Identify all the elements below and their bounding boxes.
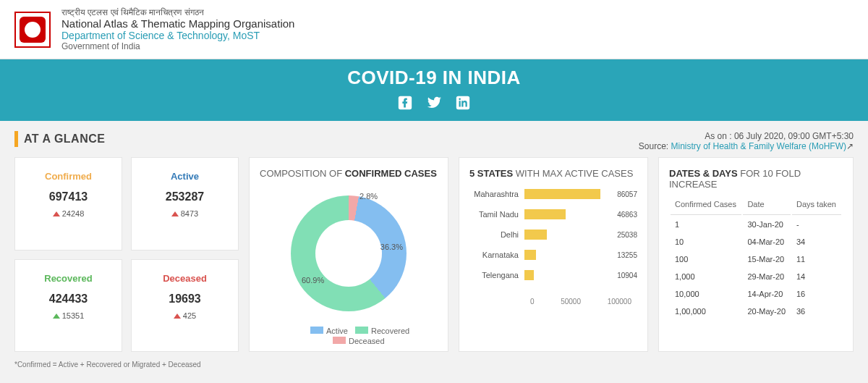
table-row: 1,00029-Mar-2014 xyxy=(671,269,841,285)
linkedin-icon[interactable] xyxy=(454,93,472,112)
bar-label: Karnataka xyxy=(469,251,524,259)
stats-grid: Confirmed 697413 24248 Active 253287 847… xyxy=(14,157,239,352)
bar-value: 13255 xyxy=(617,251,637,259)
table-title-bold: DATES & DAYS xyxy=(669,168,740,179)
col-date: Date xyxy=(743,197,791,215)
bar-label: Delhi xyxy=(469,230,524,239)
page-title: COVID-19 IN INDIA xyxy=(0,67,868,89)
chart-title-bold: CONFIRMED CASES xyxy=(345,168,437,179)
donut-chart-card: COMPOSITION OF CONFIRMED CASES 2.8% 36.3… xyxy=(249,157,448,352)
stat-deceased: Deceased 19693 425 xyxy=(131,259,239,353)
section-heading: AT A GLANCE xyxy=(14,131,105,147)
stat-value: 424433 xyxy=(21,292,116,306)
stat-label: Deceased xyxy=(137,273,232,284)
bar-chart: Maharashtra 86057 Tamil Nadu 46863 Delhi… xyxy=(469,185,637,295)
stat-label: Confirmed xyxy=(21,171,116,182)
twitter-icon[interactable] xyxy=(425,93,443,112)
slice-label-deceased: 2.8% xyxy=(359,192,378,201)
bar-row: Karnataka 13255 xyxy=(469,250,637,260)
government-name: Government of India xyxy=(61,41,294,51)
footnote: *Confirmed = Active + Recovered or Migra… xyxy=(0,358,868,371)
bar-value: 25038 xyxy=(617,231,637,239)
dates-table-card: DATES & DAYS FOR 10 FOLD INCREASE Confir… xyxy=(658,157,854,352)
stat-active: Active 253287 8473 xyxy=(131,157,239,251)
table-row: 1,00,00020-May-2036 xyxy=(671,303,841,319)
stat-label: Recovered xyxy=(21,273,116,284)
legend-swatch-active xyxy=(310,327,323,334)
table-row: 130-Jan-20- xyxy=(671,216,841,232)
slice-label-recovered: 60.9% xyxy=(302,276,324,285)
legend-swatch-recovered xyxy=(355,327,368,334)
as-on-date: As on : 06 July 2020, 09:00 GMT+5:30 xyxy=(639,131,854,141)
stat-recovered: Recovered 424433 15351 xyxy=(14,259,122,353)
org-logo xyxy=(14,12,51,48)
table-row: 10015-Mar-2011 xyxy=(671,251,841,267)
legend-swatch-deceased xyxy=(333,337,346,344)
chart-title-pre: COMPOSITION OF xyxy=(260,168,345,179)
bar-row: Telengana 10904 xyxy=(469,270,637,280)
up-arrow-icon xyxy=(174,313,181,319)
stat-delta: 425 xyxy=(183,311,196,320)
source-link[interactable]: Ministry of Health & Family Welfare (MoH… xyxy=(671,141,846,151)
donut-legend: Active Recovered xyxy=(260,325,438,334)
up-arrow-icon xyxy=(171,211,179,216)
bar-value: 86057 xyxy=(617,190,637,198)
stat-delta: 24248 xyxy=(62,209,85,218)
up-arrow-icon xyxy=(53,313,60,319)
bar-label: Maharashtra xyxy=(469,190,524,198)
page-banner: COVID-19 IN INDIA xyxy=(0,59,868,121)
dates-table: Confirmed Cases Date Days taken 130-Jan-… xyxy=(669,195,843,321)
chart-title-rest: WITH MAX ACTIVE CASES xyxy=(516,168,634,179)
at-a-glance-title: AT A GLANCE xyxy=(24,132,105,146)
source-label: Source: xyxy=(639,141,671,151)
org-name-hindi: राष्ट्रीय एटलस एवं थिमैटिक मानचित्रण संग… xyxy=(61,7,294,17)
axis-tick: 0 xyxy=(530,298,535,306)
social-links xyxy=(0,93,868,112)
bar-label: Telengana xyxy=(469,271,524,279)
table-row: 1004-Mar-2034 xyxy=(671,234,841,250)
bar-row: Delhi 25038 xyxy=(469,230,637,240)
table-row: 10,00014-Apr-2016 xyxy=(671,286,841,302)
stat-label: Active xyxy=(137,171,232,182)
facebook-icon[interactable] xyxy=(396,93,414,112)
axis-tick: 100000 xyxy=(608,298,631,306)
axis-tick: 50000 xyxy=(561,298,581,306)
accent-bar xyxy=(14,131,18,147)
col-days: Days taken xyxy=(792,197,841,215)
chart-title-bold: 5 STATES xyxy=(469,168,516,179)
bar-value: 10904 xyxy=(617,272,637,279)
col-confirmed: Confirmed Cases xyxy=(671,197,741,215)
org-name-english: National Atlas & Thematic Mapping Organi… xyxy=(61,17,294,30)
up-arrow-icon xyxy=(53,211,60,216)
bar-row: Maharashtra 86057 xyxy=(469,189,637,199)
stat-delta: 8473 xyxy=(181,209,198,218)
stat-delta: 15351 xyxy=(62,311,85,320)
stat-value: 253287 xyxy=(137,190,232,203)
stat-value: 697413 xyxy=(21,190,116,203)
bar-row: Tamil Nadu 46863 xyxy=(469,209,637,219)
stat-value: 19693 xyxy=(137,292,232,306)
department-name: Department of Science & Technology, MoST xyxy=(61,30,294,41)
bar-value: 46863 xyxy=(617,211,637,219)
bar-chart-card: 5 STATES WITH MAX ACTIVE CASES Maharasht… xyxy=(459,157,648,352)
site-header: राष्ट्रीय एटलस एवं थिमैटिक मानचित्रण संग… xyxy=(0,0,868,59)
slice-label-active: 36.3% xyxy=(380,243,403,251)
stat-confirmed: Confirmed 697413 24248 xyxy=(14,157,122,251)
donut-chart xyxy=(291,195,407,311)
bar-label: Tamil Nadu xyxy=(469,210,524,219)
